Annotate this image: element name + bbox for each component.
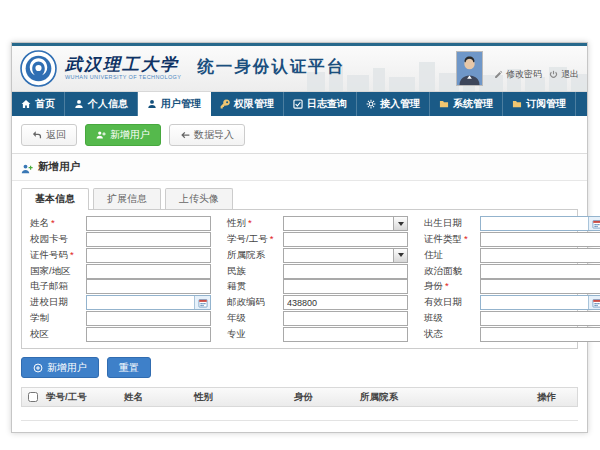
field-input-grade[interactable] <box>283 311 408 326</box>
nav-item-home[interactable]: 首页 <box>12 92 65 116</box>
logout-link[interactable]: 退出 <box>549 68 579 81</box>
table-header-4: 身份 <box>292 391 358 404</box>
field-label-birth-date: 出生日期 <box>424 217 480 230</box>
university-logo <box>20 50 57 87</box>
field-input-study-length[interactable] <box>86 311 211 326</box>
form-field-row: 有效日期 <box>424 295 600 310</box>
form-field-row: 证件号码* <box>30 248 211 263</box>
form-column: 姓名* 校园卡号 证件号码* 国家/地区 电子邮箱 进校日期 学制 校区 <box>30 216 211 342</box>
data-import-label: 数据导入 <box>194 128 234 142</box>
data-import-button[interactable]: 数据导入 <box>169 124 245 146</box>
form-field-row: 电子邮箱 <box>30 279 211 294</box>
form-field-row: 证件类型* <box>424 232 600 247</box>
tab-extended-info[interactable]: 扩展信息 <box>93 188 161 209</box>
form-column: 性别* 学号/工号* 所属院系 民族 籍贯 邮政编码 年级 专业 <box>227 216 408 342</box>
form-panel: 姓名* 校园卡号 证件号码* 国家/地区 电子邮箱 进校日期 学制 校区 性别*… <box>21 209 578 349</box>
reset-button[interactable]: 重置 <box>107 357 151 378</box>
field-label-email: 电子邮箱 <box>30 280 86 293</box>
back-button[interactable]: 返回 <box>21 124 77 146</box>
nav-item-log-query[interactable]: 日志查询 <box>284 92 357 116</box>
add-user-toolbar-label: 新增用户 <box>110 128 150 142</box>
field-input-valid-date[interactable] <box>480 295 600 310</box>
field-label-study-length: 学制 <box>30 312 86 325</box>
field-input-political-status[interactable] <box>480 264 600 279</box>
field-input-gender[interactable] <box>283 216 408 231</box>
required-asterisk: * <box>248 217 252 228</box>
section-title: 新增用户 <box>38 160 80 174</box>
select-all-checkbox[interactable] <box>28 392 38 402</box>
import-arrow-icon <box>180 130 190 140</box>
field-label-campus: 校区 <box>30 328 86 341</box>
field-label-entry-date: 进校日期 <box>30 296 86 309</box>
required-asterisk: * <box>445 280 449 291</box>
key-icon <box>220 99 230 109</box>
add-user-toolbar-button[interactable]: 新增用户 <box>85 124 161 146</box>
section-header: 新增用户 <box>12 153 587 181</box>
field-input-name[interactable] <box>86 216 211 231</box>
dropdown-arrow-gender[interactable] <box>393 217 407 230</box>
nav-bar: 首页 个人信息 用户管理 权限管理 日志查询 接入管理 系统管理 订阅管理 <box>12 92 587 116</box>
header-branding: 武汉理工大学 WUHAN UNIVERSITY OF TECHNOLOGY 统一… <box>20 50 345 87</box>
user-icon <box>74 99 84 109</box>
field-input-postal-code[interactable] <box>283 295 408 310</box>
circle-plus-icon <box>33 363 43 373</box>
submit-add-user-button[interactable]: 新增用户 <box>21 357 99 378</box>
field-input-id-type[interactable] <box>480 232 600 247</box>
nav-item-subscription-management[interactable]: 订阅管理 <box>503 92 576 116</box>
form-field-row: 身份* <box>424 279 600 294</box>
table-header-6: 操作 <box>535 391 577 404</box>
calendar-icon-entry-date[interactable] <box>194 296 210 309</box>
field-input-status[interactable] <box>480 327 600 342</box>
field-label-department: 所属院系 <box>227 249 283 262</box>
required-asterisk: * <box>270 233 274 244</box>
form-field-row: 校区 <box>30 327 211 342</box>
field-input-native-place[interactable] <box>283 279 408 294</box>
nav-item-permission-management[interactable]: 权限管理 <box>211 92 284 116</box>
field-input-student-employee-id[interactable] <box>283 232 408 247</box>
tab-upload-avatar[interactable]: 上传头像 <box>165 188 233 209</box>
table-empty-body <box>21 407 578 421</box>
form-field-row: 进校日期 <box>30 295 211 310</box>
field-input-id-number[interactable] <box>86 248 211 263</box>
nav-item-system-management[interactable]: 系统管理 <box>430 92 503 116</box>
field-input-campus-card-no[interactable] <box>86 232 211 247</box>
change-password-link[interactable]: 修改密码 <box>494 68 542 81</box>
dropdown-arrow-department[interactable] <box>393 249 407 262</box>
field-input-entry-date[interactable] <box>86 295 211 310</box>
user-table: 学号/工号姓名性别身份所属院系操作 <box>21 387 578 421</box>
field-input-identity[interactable] <box>480 279 600 294</box>
table-header-3: 性别 <box>192 391 292 404</box>
field-input-email[interactable] <box>86 279 211 294</box>
field-input-country-region[interactable] <box>86 264 211 279</box>
field-label-gender: 性别* <box>227 217 283 230</box>
form-field-row: 籍贯 <box>227 279 408 294</box>
form-field-row: 姓名* <box>30 216 211 231</box>
form-field-row: 邮政编码 <box>227 295 408 310</box>
form-field-row: 班级 <box>424 311 600 326</box>
logout-label: 退出 <box>561 68 579 81</box>
form-field-row: 学制 <box>30 311 211 326</box>
calendar-icon-birth-date[interactable] <box>588 217 600 230</box>
field-input-class[interactable] <box>480 311 600 326</box>
field-label-valid-date: 有效日期 <box>424 296 480 309</box>
field-label-country-region: 国家/地区 <box>30 265 86 278</box>
user-avatar <box>456 51 483 86</box>
field-input-campus[interactable] <box>86 327 211 342</box>
field-input-department[interactable] <box>283 248 408 263</box>
table-header-1: 学号/工号 <box>44 391 122 404</box>
nav-item-personal-info[interactable]: 个人信息 <box>65 92 138 116</box>
change-password-label: 修改密码 <box>506 68 542 81</box>
field-input-major[interactable] <box>283 327 408 342</box>
header-actions: 修改密码 退出 <box>456 46 579 91</box>
tab-basic-info[interactable]: 基本信息 <box>21 188 89 210</box>
nav-item-user-management[interactable]: 用户管理 <box>138 92 211 116</box>
calendar-icon-valid-date[interactable] <box>588 296 600 309</box>
field-input-ethnicity[interactable] <box>283 264 408 279</box>
field-label-student-employee-id: 学号/工号* <box>227 233 283 246</box>
form-actions: 新增用户 重置 <box>21 357 578 378</box>
field-input-address[interactable] <box>480 248 600 263</box>
nav-item-access-management[interactable]: 接入管理 <box>357 92 430 116</box>
folder-icon <box>439 99 449 109</box>
select-all-cell <box>22 392 44 402</box>
field-input-birth-date[interactable] <box>480 216 600 231</box>
